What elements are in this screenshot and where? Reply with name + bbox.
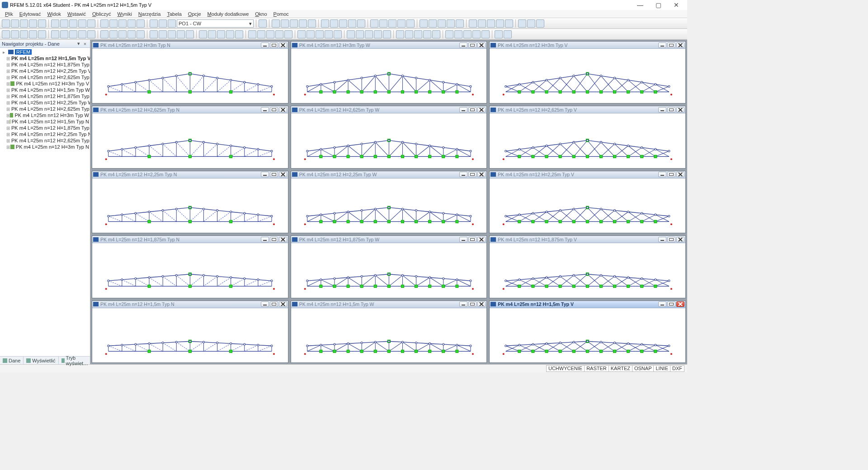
toolbar-button[interactable] <box>177 30 185 38</box>
child-maximize-button[interactable] <box>468 237 476 242</box>
child-minimize-button[interactable] <box>658 42 666 48</box>
tree-item[interactable]: ⊞PK m4 L=25m n=12 H=3m Typ W <box>0 112 90 118</box>
menu-obliczyć[interactable]: Obliczyć <box>89 11 114 17</box>
toolbar-button[interactable] <box>11 30 19 38</box>
child-maximize-button[interactable] <box>468 42 476 48</box>
toolbar-button[interactable] <box>321 19 329 28</box>
status-cell-dxf[interactable]: DXF <box>670 365 684 372</box>
menu-narzędzia[interactable]: Narzędzia <box>135 11 164 17</box>
toolbar-button[interactable] <box>299 19 307 28</box>
model-viewport[interactable] <box>291 113 487 168</box>
child-maximize-button[interactable] <box>270 237 278 242</box>
child-minimize-button[interactable] <box>459 301 467 307</box>
menu-edytować[interactable]: Edytować <box>16 11 44 17</box>
toolbar-button[interactable] <box>137 19 145 28</box>
mdi-child-window[interactable]: PK m4 L=25m n=12 H=2,625m Typ W <box>291 106 487 168</box>
toolbar-button[interactable] <box>281 19 289 28</box>
toolbar-button[interactable] <box>504 30 512 38</box>
child-maximize-button[interactable] <box>468 301 476 307</box>
toolbar-button[interactable] <box>60 30 68 38</box>
toolbar-button[interactable] <box>396 30 404 38</box>
menu-widok[interactable]: Widok <box>44 11 64 17</box>
child-close-button[interactable] <box>477 42 486 48</box>
child-minimize-button[interactable] <box>261 42 269 48</box>
toolbar-button[interactable] <box>487 19 495 28</box>
model-viewport[interactable] <box>291 308 487 362</box>
mdi-child-titlebar[interactable]: PK m4 L=25m n=12 H=1,5m Typ W <box>291 301 487 308</box>
mdi-child-window[interactable]: PK m4 L=25m n=12 H=2,625m Typ N <box>92 106 288 168</box>
child-minimize-button[interactable] <box>459 172 467 177</box>
navigator-close-icon[interactable]: × <box>82 41 88 47</box>
child-close-button[interactable] <box>676 172 684 177</box>
loadcase-combo[interactable]: PO1 - CW▾ <box>177 19 254 28</box>
child-minimize-button[interactable] <box>658 172 666 177</box>
mdi-child-titlebar[interactable]: PK m4 L=25m n=12 H=1,875m Typ N <box>92 236 288 243</box>
toolbar-button[interactable] <box>383 30 391 38</box>
tree-item[interactable]: ⊞PK m4 L=25m n=12 H=1,5m Typ V <box>0 55 90 61</box>
model-viewport[interactable] <box>92 308 288 362</box>
model-viewport[interactable] <box>490 308 685 362</box>
toolbar-button[interactable] <box>518 19 526 28</box>
toolbar-button[interactable] <box>20 30 28 38</box>
toolbar-button[interactable] <box>469 19 477 28</box>
tree-item[interactable]: ⊞PK m4 L=25m n=12 H=1,875m Typ W <box>0 93 90 99</box>
child-maximize-button[interactable] <box>667 237 675 242</box>
toolbar-button[interactable] <box>168 30 176 38</box>
model-viewport[interactable] <box>490 49 685 103</box>
toolbar-button[interactable] <box>330 19 338 28</box>
child-minimize-button[interactable] <box>658 301 666 307</box>
mdi-child-window[interactable]: PK m4 L=25m n=12 H=1,5m Typ N <box>92 301 288 363</box>
tree-item[interactable]: ⊞PK m4 L=25m n=12 H=2,25m Typ W <box>0 99 90 106</box>
model-viewport[interactable] <box>291 49 487 103</box>
child-maximize-button[interactable] <box>270 107 278 113</box>
mdi-child-titlebar[interactable]: PK m4 L=25m n=12 H=1,5m Typ N <box>92 301 288 308</box>
toolbar-button[interactable] <box>307 30 315 38</box>
toolbar-button[interactable] <box>186 30 194 38</box>
toolbar-button[interactable] <box>432 30 440 38</box>
child-close-button[interactable] <box>676 107 684 113</box>
menu-moduły dodatkowe[interactable]: Moduły dodatkowe <box>204 11 252 17</box>
child-minimize-button[interactable] <box>459 107 467 113</box>
toolbar-button[interactable] <box>536 19 544 28</box>
child-maximize-button[interactable] <box>270 42 278 48</box>
toolbar-button[interactable] <box>478 19 486 28</box>
toolbar-button[interactable] <box>109 30 118 38</box>
model-viewport[interactable] <box>490 179 685 233</box>
child-close-button[interactable] <box>279 42 287 48</box>
close-button[interactable]: ✕ <box>667 0 685 10</box>
child-minimize-button[interactable] <box>658 237 666 242</box>
toolbar-button[interactable] <box>2 30 10 38</box>
child-close-button[interactable] <box>676 301 684 307</box>
mdi-child-titlebar[interactable]: PK m4 L=25m n=12 H=1,875m Typ V <box>490 236 685 243</box>
tree-item[interactable]: ⊞PK m4 L=25m n=12 H=3m Typ N <box>0 144 90 150</box>
toolbar-button[interactable] <box>248 30 256 38</box>
tree-item[interactable]: ⊞PK m4 L=25m n=12 H=2,625m Typ V <box>0 74 90 80</box>
model-viewport[interactable] <box>291 179 487 233</box>
child-maximize-button[interactable] <box>468 107 476 113</box>
menu-opcje[interactable]: Opcje <box>185 11 204 17</box>
toolbar-button[interactable] <box>406 19 415 28</box>
mdi-child-titlebar[interactable]: PK m4 L=25m n=12 H=2,625m Typ N <box>92 106 288 113</box>
toolbar-button[interactable] <box>2 19 10 28</box>
child-minimize-button[interactable] <box>261 301 269 307</box>
child-minimize-button[interactable] <box>261 237 269 242</box>
menu-tabela[interactable]: Tabela <box>164 11 184 17</box>
child-minimize-button[interactable] <box>459 42 467 48</box>
status-cell-uchwycenie[interactable]: UCHWYCENIE <box>546 365 585 372</box>
child-close-button[interactable] <box>279 172 287 177</box>
toolbar-button[interactable] <box>420 19 428 28</box>
toolbar-button[interactable] <box>127 30 136 38</box>
model-viewport[interactable] <box>92 243 288 297</box>
menu-plik[interactable]: Plik <box>2 11 16 17</box>
toolbar-button[interactable] <box>69 19 77 28</box>
toolbar-button[interactable] <box>69 30 77 38</box>
child-close-button[interactable] <box>477 107 486 113</box>
navigator-tab[interactable]: Dane <box>0 357 24 364</box>
mdi-child-window[interactable]: PK m4 L=25m n=12 H=1,875m Typ N <box>92 235 288 298</box>
tree-item[interactable]: ⊞PK m4 L=25m n=12 H=3m Typ V <box>0 80 90 87</box>
child-minimize-button[interactable] <box>658 107 666 113</box>
toolbar-button[interactable] <box>405 30 413 38</box>
model-viewport[interactable] <box>92 49 288 103</box>
tree-item[interactable]: ⊞PK m4 L=25m n=12 H=2,25m Typ V <box>0 68 90 74</box>
toolbar-button[interactable] <box>159 30 167 38</box>
